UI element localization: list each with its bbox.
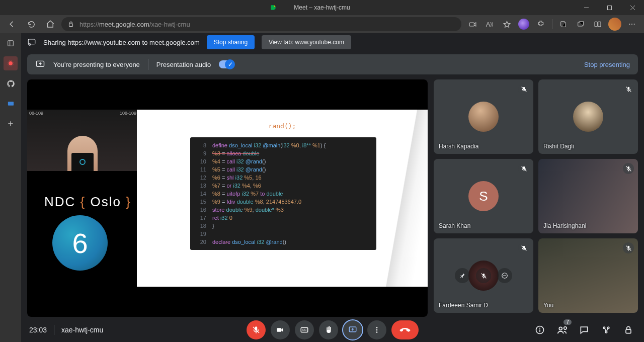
back-button[interactable] [4,16,20,32]
mic-muted-icon [518,163,529,174]
presentation-audio-label: Presentation audio [156,61,211,68]
presenting-banner: You're presenting to everyone Presentati… [27,54,638,74]
participant-count-badge: 7 [564,319,572,325]
participant-tile[interactable]: You [538,238,638,313]
participant-name: Jia Harisinghani [543,222,586,229]
svg-rect-0 [607,6,611,10]
host-controls-button[interactable] [621,322,636,337]
activities-button[interactable] [599,322,614,337]
mic-muted-icon [623,83,634,95]
stop-sharing-button[interactable]: Stop sharing [207,35,255,49]
camera-permission-icon[interactable] [464,16,480,32]
tile-hover-controls [455,268,512,283]
cast-icon [27,38,36,47]
stop-presenting-link[interactable]: Stop presenting [584,61,630,68]
chat-button[interactable] [577,322,592,337]
meeting-info-button[interactable] [532,322,547,337]
extensions-icon[interactable] [533,16,549,32]
url-host: meet.google.com [99,21,149,28]
svg-rect-23 [277,328,281,332]
svg-point-7 [629,24,630,25]
browser-sidebar [0,33,21,342]
presenting-text: You're presenting to everyone [53,61,140,68]
yt-timestamp-right: 108-109 [120,111,136,116]
code-block: 8define dso_local i32 @main(i32 %0, i8**… [190,137,376,250]
clock: 23:03 [29,326,47,334]
split-screen-icon[interactable] [590,16,606,32]
address-bar[interactable]: https://meet.google.com/xae-hwtj-cmu [61,17,461,31]
more-options-button[interactable] [367,320,386,339]
minimize-button[interactable] [575,0,598,15]
svg-rect-11 [8,102,13,106]
share-notification-bar: Sharing https://www.youtube.com to meet.… [21,33,644,51]
participant-tile[interactable]: SSarah Khan [434,159,533,233]
svg-point-8 [631,24,632,25]
svg-rect-5 [595,22,597,26]
present-button[interactable] [343,320,362,339]
participant-tile[interactable]: Rishit Dagli [538,79,638,154]
svg-point-33 [559,327,562,330]
svg-point-36 [605,331,607,333]
svg-point-29 [376,331,378,333]
ndc-logo: NDC { Oslo } [44,194,131,210]
raise-hand-button[interactable] [319,320,338,339]
svg-text:CC: CC [302,328,307,331]
mic-muted-icon [518,242,529,253]
sidebar-tabs-icon[interactable] [4,36,18,50]
close-button[interactable] [621,0,644,15]
remove-icon[interactable] [497,268,512,283]
sidebar-github-icon[interactable] [4,76,18,91]
window-titlebar: Meet – xae-hwtj-cmu [0,0,644,15]
participant-name: You [543,302,553,309]
browser-toolbar: https://meet.google.com/xae-hwtj-cmu A)) [0,15,644,33]
maximize-button[interactable] [598,0,621,15]
favorite-icon[interactable] [499,16,515,32]
svg-rect-37 [626,329,631,333]
participant-name: Harsh Kapadia [439,143,478,150]
svg-point-28 [376,329,378,331]
tab-actions-icon[interactable] [573,16,589,32]
leave-call-button[interactable] [391,320,419,339]
browser-menu-icon[interactable] [624,16,640,32]
sidebar-record-icon[interactable] [4,56,18,70]
sidebar-add-icon[interactable] [4,117,18,131]
pin-icon[interactable] [455,268,470,283]
meet-favicon [270,4,277,11]
yt-timestamp-left: 08-109 [29,111,43,116]
slide-area: rand(); 8define dso_local i32 @main(i32 … [137,110,428,287]
profile-avatar[interactable] [607,16,623,32]
participant-name: Fardeeen Samir D [439,302,488,309]
youtube-thumbnail [27,110,138,171]
participant-tile[interactable]: Jia Harisinghani [538,159,638,233]
svg-point-34 [603,327,605,328]
participant-tile[interactable]: Harsh Kapadia [434,79,533,154]
presentation-stage[interactable]: 08-109 108-109 NDC { Oslo } 6 rand(); 8d… [27,79,428,317]
svg-rect-6 [598,22,601,26]
mic-muted-icon [623,163,634,174]
sidebar-display-icon[interactable] [4,97,18,111]
home-button[interactable] [42,16,58,32]
collections-icon[interactable] [555,16,572,32]
view-tab-button[interactable]: View tab: www.youtube.com [262,35,351,49]
participant-grid: Harsh KapadiaRishit DagliSSarah KhanJia … [434,79,638,317]
present-screen-icon [35,59,45,69]
svg-point-9 [634,24,635,25]
presentation-audio-toggle[interactable]: ✓ [219,60,234,68]
captions-button[interactable]: CC [295,320,314,339]
svg-rect-1 [69,24,73,26]
mute-icon[interactable] [476,268,491,283]
participant-tile[interactable]: Fardeeen Samir D [434,238,533,313]
refresh-button[interactable] [23,16,39,32]
read-aloud-icon[interactable]: A)) [481,16,498,32]
meeting-id: xae-hwtj-cmu [61,326,103,334]
svg-rect-32 [539,329,540,332]
mic-button[interactable] [247,320,266,339]
people-button[interactable]: 7 [554,322,570,337]
participant-name: Rishit Dagli [543,143,574,150]
copilot-icon[interactable] [516,16,532,32]
url-path: /xae-hwtj-cmu [149,21,190,28]
window-title: Meet – xae-hwtj-cmu [294,4,350,11]
participant-name: Sarah Khan [439,222,470,229]
camera-button[interactable] [271,320,290,339]
svg-point-27 [376,327,378,328]
